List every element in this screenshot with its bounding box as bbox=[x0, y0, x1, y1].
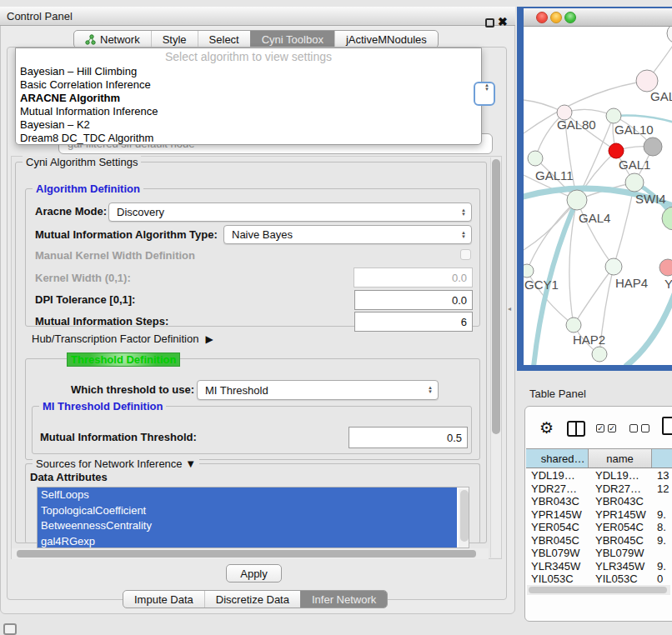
column-header-name[interactable]: name bbox=[589, 449, 651, 468]
network-node-edge-top[interactable] bbox=[667, 27, 672, 43]
which-threshold-combobox[interactable]: MI Threshold ▲▼ bbox=[197, 380, 439, 400]
cell-value: 0 bbox=[654, 572, 672, 585]
close-icon[interactable]: ✖ bbox=[498, 15, 508, 28]
tab-infer-network[interactable]: Infer Network bbox=[300, 591, 387, 608]
float-panel-icon[interactable] bbox=[485, 18, 494, 28]
network-node-label: GCY1 bbox=[524, 278, 559, 292]
cell-name: YDR27… bbox=[590, 482, 654, 496]
control-panel-titlebar[interactable]: Control Panel ✖ bbox=[0, 7, 515, 26]
tab-style[interactable]: Style bbox=[151, 31, 198, 48]
network-window-titlebar[interactable] bbox=[524, 8, 672, 27]
network-node-salmon-node[interactable] bbox=[659, 259, 672, 276]
bottom-tabbar: Impute Data Discretize Data Infer Networ… bbox=[123, 590, 388, 608]
spinner-arrows-icon: ▲▼ bbox=[428, 386, 433, 394]
algorithm-option[interactable]: Bayesian – K2 bbox=[16, 118, 481, 132]
zoom-window-icon[interactable] bbox=[564, 12, 576, 23]
tab-cyni-toolbox[interactable]: Cyni Toolbox bbox=[250, 31, 334, 48]
algorithm-definition-title: Algorithm Definition bbox=[33, 182, 143, 195]
splitter-collapse-icon[interactable]: ◂ bbox=[508, 305, 511, 312]
column-view-icon[interactable] bbox=[567, 421, 585, 437]
tab-jactivemnodules[interactable]: jActiveMNodules bbox=[334, 31, 438, 48]
algorithm-dropdown-list: Select algorithm to view settings Bayesi… bbox=[15, 48, 482, 145]
attribute-list-item[interactable]: BetweennessCentrality bbox=[38, 518, 457, 534]
gear-icon[interactable]: ⚙ bbox=[539, 418, 554, 438]
attribute-list-item[interactable]: TopologicalCoefficient bbox=[38, 503, 457, 519]
algorithm-option[interactable]: Mutual Information Inference bbox=[16, 105, 481, 118]
tab-network[interactable]: Network bbox=[74, 31, 151, 48]
network-node-gal4[interactable] bbox=[567, 190, 587, 210]
cell-value: 9. bbox=[654, 534, 672, 548]
algorithm-option[interactable]: Dream8 DC_TDC Algorithm bbox=[16, 132, 481, 145]
algorithm-option[interactable]: Bayesian – Hill Climbing bbox=[16, 65, 481, 78]
algorithm-option-list: Bayesian – Hill Climbing Basic Correlati… bbox=[16, 65, 481, 145]
table-row[interactable]: YBR043C YBR043C bbox=[526, 495, 672, 508]
table-row[interactable]: YBL079W YBL079W bbox=[526, 547, 672, 560]
cell-value bbox=[654, 495, 672, 508]
attribute-list-item[interactable]: SelfLoops bbox=[38, 488, 457, 503]
dpi-tolerance-field[interactable]: 0.0 bbox=[354, 290, 473, 310]
minimized-panel-icon[interactable] bbox=[3, 623, 17, 635]
mi-algorithm-type-combobox[interactable]: Naive Bayes ▲▼ bbox=[223, 225, 472, 244]
algorithm-option[interactable]: Basic Correlation Inference bbox=[16, 78, 481, 92]
cell-shared-name: YPR145W bbox=[526, 508, 590, 522]
sources-title[interactable]: Sources for Network Inference ▼ bbox=[33, 458, 199, 470]
show-columns-icon[interactable]: ✓✓ bbox=[596, 424, 616, 432]
cell-name: YBR043C bbox=[590, 495, 654, 508]
list-scrollbar[interactable] bbox=[459, 488, 469, 548]
network-node-gal11[interactable] bbox=[528, 151, 543, 166]
cell-value: 9. bbox=[654, 508, 672, 522]
settings-horizontal-scrollbar[interactable] bbox=[12, 548, 489, 559]
hub-definition-toggle[interactable]: Hub/Transcription Factor Definition▶ bbox=[32, 332, 213, 345]
network-node-gray-node[interactable] bbox=[644, 138, 662, 156]
minimize-window-icon[interactable] bbox=[550, 12, 562, 23]
network-node-gal1[interactable] bbox=[625, 173, 644, 192]
network-node-hap4[interactable] bbox=[605, 258, 622, 275]
table-row[interactable]: YDR27… YDR27… 12 bbox=[526, 482, 672, 496]
cell-shared-name: YLR345W bbox=[526, 560, 590, 573]
table-header: shared… name bbox=[526, 448, 672, 468]
table-toolbar: ⚙ ✓✓ bbox=[526, 417, 670, 443]
kernel-width-field[interactable]: 0.0 bbox=[354, 268, 473, 288]
table-row[interactable]: YLR345W YLR345W 9. bbox=[526, 560, 672, 573]
network-node-gal1-red[interactable] bbox=[609, 143, 624, 158]
table-row[interactable]: YIL053C YIL053C 0 bbox=[526, 572, 672, 585]
network-canvas[interactable]: GALGAL80GAL10GAL11GAL1GAL4SWI4GCY1HAP4YH… bbox=[524, 27, 672, 365]
mi-steps-field[interactable]: 6 bbox=[354, 312, 473, 332]
tab-discretize-data[interactable]: Discretize Data bbox=[204, 591, 300, 608]
tab-impute-data[interactable]: Impute Data bbox=[123, 591, 204, 608]
data-attributes-label: Data Attributes bbox=[30, 471, 108, 483]
network-edge bbox=[577, 200, 614, 267]
column-header-shared-name[interactable]: shared… bbox=[526, 449, 589, 468]
tab-select[interactable]: Select bbox=[198, 31, 250, 48]
network-node-gal10[interactable] bbox=[606, 108, 621, 123]
new-table-icon[interactable] bbox=[662, 417, 672, 435]
algorithm-option[interactable]: ARACNE Algorithm bbox=[16, 92, 481, 105]
cell-shared-name: YER054C bbox=[526, 521, 590, 534]
table-row[interactable]: YER054C YER054C 8. bbox=[526, 521, 672, 534]
aracne-mode-combobox[interactable]: Discovery ▲▼ bbox=[108, 202, 472, 222]
spinner-arrows-icon: ▲▼ bbox=[461, 231, 466, 239]
kernel-width-label: Kernel Width (0,1): bbox=[35, 272, 131, 284]
control-panel-tabbar: Network Style Select Cyni Toolbox jActiv… bbox=[73, 30, 439, 48]
network-node-hap2[interactable] bbox=[566, 318, 581, 332]
aracne-mode-label: Aracne Mode: bbox=[35, 205, 107, 218]
manual-kernel-width-checkbox[interactable] bbox=[460, 249, 471, 260]
table-horizontal-scrollbar[interactable] bbox=[527, 585, 670, 595]
attribute-list-item[interactable]: gal4RGexp bbox=[38, 534, 457, 549]
algorithm-combobox-fragment[interactable]: ▲▼ bbox=[474, 82, 495, 106]
dpi-tolerance-label: DPI Tolerance [0,1]: bbox=[35, 293, 135, 306]
table-row[interactable]: YBR045C YBR045C 9. bbox=[526, 534, 672, 548]
table-row[interactable]: YDL19… YDL19… 13 bbox=[526, 469, 672, 482]
apply-button[interactable]: Apply bbox=[226, 564, 282, 582]
network-node-swi4[interactable] bbox=[662, 207, 672, 230]
network-node-gcy1[interactable] bbox=[524, 264, 534, 278]
hide-columns-icon[interactable] bbox=[629, 424, 649, 432]
close-window-icon[interactable] bbox=[536, 12, 548, 23]
settings-vertical-scrollbar[interactable] bbox=[490, 158, 501, 558]
table-row[interactable]: YPR145W YPR145W 9. bbox=[526, 508, 672, 522]
mi-threshold-field[interactable]: 0.5 bbox=[349, 427, 468, 448]
network-node-bottom-node[interactable] bbox=[592, 347, 607, 362]
column-header-next[interactable] bbox=[652, 449, 672, 468]
mi-threshold-label: Mutual Information Threshold: bbox=[40, 431, 197, 443]
cell-name: YBL079W bbox=[590, 547, 654, 560]
